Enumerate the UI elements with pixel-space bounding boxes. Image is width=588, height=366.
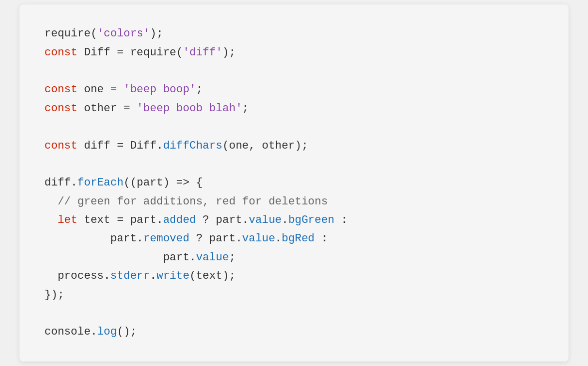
code-token: process. [44,270,110,282]
code-line: const Diff = require('diff'); [44,43,544,62]
code-token: let [57,214,77,226]
code-token: added [163,214,196,226]
code-token: const [44,140,77,152]
code-token [44,232,110,245]
code-token: diffChars [163,140,223,152]
code-line: }); [44,286,544,304]
code-token: require( [44,27,97,40]
code-token: require( [130,46,183,59]
code-token: diff = [77,140,130,152]
code-token: other = [77,102,137,115]
code-token: value [249,214,282,226]
code-line: // green for additions, red for deletion… [44,192,544,211]
code-token: console. [44,326,97,338]
code-token: 'colors' [97,27,150,40]
code-token: ; [242,102,249,115]
code-token: }); [44,289,64,301]
code-token: const [44,83,77,96]
code-line: part.removed ? part.value.bgRed : [44,229,544,248]
code-token: Diff. [130,140,163,152]
code-token: bgGreen [289,214,334,226]
code-token: . [282,214,288,226]
code-token: ; [196,83,203,96]
code-token: : [334,214,347,226]
code-token: 'diff' [183,46,222,59]
code-token: ); [150,27,163,40]
code-token: (one, other); [222,140,308,152]
code-token: 'beep boob blah' [137,102,242,115]
blank-line [44,118,544,136]
code-token: forEach [77,177,123,189]
code-token [44,195,57,208]
code-token: (); [117,326,137,338]
code-container: require('colors');const Diff = require('… [19,4,569,362]
code-line: let text = part.added ? part.value.bgGre… [44,211,544,229]
code-token: text = part. [77,214,163,226]
code-token: ); [222,46,235,59]
code-token: . [275,232,282,245]
code-token: const [44,46,77,59]
code-token: (text); [189,270,235,282]
code-line: const other = 'beep boob blah'; [44,99,544,118]
code-token: // green for additions, red for deletion… [57,195,327,208]
code-token: log [97,326,117,338]
code-line: const one = 'beep boop'; [44,80,544,99]
code-token: ((part) => { [123,177,202,189]
code-token: stderr [110,270,150,282]
code-block: require('colors');const Diff = require('… [44,24,544,342]
code-token: 'beep boop' [123,83,196,96]
code-token: value [242,232,275,245]
code-token [44,214,57,226]
code-line: const diff = Diff.diffChars(one, other); [44,137,544,155]
code-line: diff.forEach((part) => { [44,174,544,192]
code-token [44,251,163,264]
code-token: bgRed [282,232,314,245]
blank-line [44,155,544,174]
blank-line [44,304,544,323]
code-token: removed [143,232,189,245]
code-line: require('colors'); [44,24,544,43]
code-token: : [314,232,327,245]
code-token: diff. [44,177,77,189]
blank-line [44,62,544,80]
code-token: write [156,270,189,282]
code-token: const [44,102,77,115]
code-token: part. [163,251,196,264]
code-line: process.stderr.write(text); [44,267,544,285]
code-token: ? part. [189,232,242,245]
code-token: . [150,270,156,282]
code-token: ; [229,251,236,264]
code-line: part.value; [44,248,544,267]
code-line: console.log(); [44,323,544,341]
code-token: value [196,251,229,264]
code-token: Diff = [77,46,130,59]
code-token: ? part. [196,214,249,226]
code-token: part. [110,232,143,245]
code-token: one = [77,83,123,96]
